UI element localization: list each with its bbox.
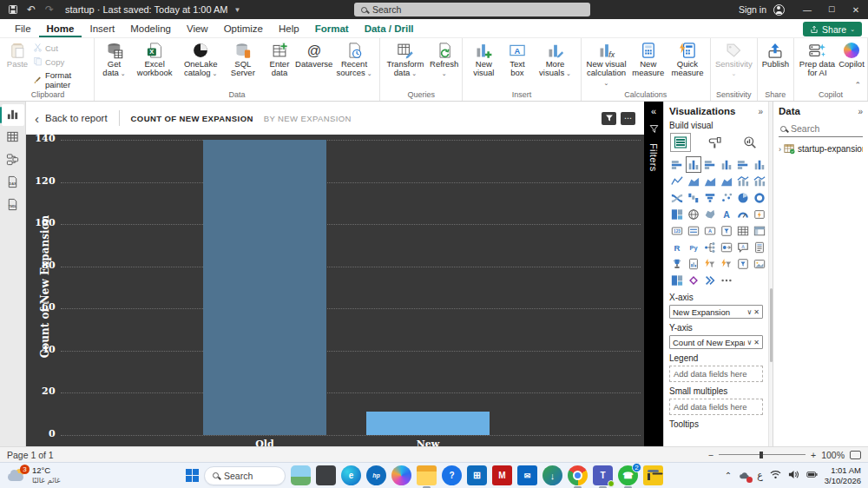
taskbar-app-get-help[interactable]: ? (442, 465, 462, 485)
text-box-button[interactable]: AText box (503, 40, 531, 78)
card-visual-icon[interactable]: 123 (669, 222, 685, 239)
pie-chart-visual-icon[interactable] (735, 189, 751, 206)
language-indicator[interactable]: ع (757, 470, 763, 481)
get-more-visuals-visual-icon[interactable] (719, 272, 734, 288)
refresh-button[interactable]: Refresh ⌄ (429, 40, 459, 78)
analytics-tab[interactable] (740, 133, 760, 152)
new-slicer-visual-icon[interactable] (735, 255, 751, 272)
scrollbar-thumb[interactable] (770, 288, 773, 362)
area-chart-visual-icon[interactable] (686, 173, 701, 189)
funnel-chart-visual-icon[interactable] (702, 189, 718, 206)
minimize-button[interactable]: — (795, 0, 819, 19)
maximize-button[interactable]: ☐ (819, 0, 844, 19)
sidebar-item-dax-query-view[interactable]: DAX (2, 172, 24, 194)
taskbar-app-copilot[interactable] (391, 465, 411, 485)
tab-insert[interactable]: Insert (82, 19, 122, 37)
sql-server-button[interactable]: SQL Server (224, 40, 261, 78)
data-table-item[interactable]: › startup-expansion-new (779, 143, 863, 155)
stacked-area-chart-visual-icon[interactable] (702, 173, 718, 189)
publish-button[interactable]: Publish (760, 40, 791, 69)
power-automate-visual-icon[interactable] (702, 272, 718, 288)
waterfall-chart-visual-icon[interactable] (686, 189, 701, 206)
chevron-down-icon[interactable]: ∨ (746, 308, 752, 316)
r-script-visual-visual-icon[interactable]: R (669, 239, 685, 255)
line-chart-visual-icon[interactable] (669, 173, 685, 189)
hidden-icons-chevron-icon[interactable]: ⌃ (725, 471, 732, 480)
format-painter-button[interactable]: Format painter (31, 69, 91, 90)
smart-narrative-visual-icon[interactable] (752, 239, 767, 255)
ribbon-chart-visual-icon[interactable] (669, 189, 685, 206)
sidebar-item-table-view[interactable] (2, 127, 24, 148)
dataverse-button[interactable]: @Dataverse (297, 40, 331, 69)
treemap-visual-icon[interactable] (669, 206, 685, 222)
enter-data-button[interactable]: Enter data (262, 40, 296, 78)
taskbar-search[interactable]: Search (204, 466, 286, 485)
tab-view[interactable]: View (179, 19, 216, 37)
tab-optimize[interactable]: Optimize (216, 19, 271, 37)
kpi-visual-icon[interactable] (752, 206, 767, 222)
collapse-ribbon-icon[interactable]: ⌃ (854, 81, 861, 487)
image-visual-icon[interactable] (752, 255, 767, 272)
qa-visual-visual-icon[interactable]: A (735, 239, 751, 255)
sensitivity-button[interactable]: Sensitivity ⌄ (713, 40, 754, 78)
tab-help[interactable]: Help (271, 19, 307, 37)
zoom-slider-thumb[interactable] (760, 452, 763, 458)
bar-old[interactable] (203, 140, 326, 435)
collapse-pane-icon[interactable]: » (758, 107, 763, 116)
weather-widget[interactable]: 3 12°C غائم غالبًا (7, 466, 61, 485)
sidebar-item-report-view[interactable] (2, 104, 24, 126)
taskbar-app-power-bi[interactable] (643, 465, 663, 485)
zoom-slider[interactable] (719, 454, 806, 455)
copilot-button[interactable]: Copilot (838, 40, 865, 69)
onedrive-icon[interactable] (739, 470, 750, 481)
battery-icon[interactable] (806, 469, 818, 482)
close-button[interactable]: ✕ (844, 0, 868, 19)
expand-filters-icon[interactable]: « (651, 106, 656, 116)
clustered-bar-chart-visual-icon[interactable] (702, 156, 718, 173)
titlebar-search-input[interactable] (372, 4, 563, 15)
filled-map-visual-icon[interactable] (702, 206, 718, 222)
new-visual-button[interactable]: New visual (465, 40, 502, 78)
copy-button[interactable]: Copy (31, 56, 91, 69)
scatter-chart-visual-icon[interactable] (719, 189, 734, 206)
new-visual-calculation-button[interactable]: fxNew visual calculation ⌄ (584, 40, 629, 87)
new-card-visual-icon[interactable]: A (702, 222, 718, 239)
share-button[interactable]: Share⌄ (803, 22, 862, 36)
prep-data-for-ai-button[interactable]: Prep data for AI (797, 40, 838, 78)
key-influencers-visual-icon[interactable] (719, 239, 734, 255)
filters-pane-label[interactable]: Filters (648, 143, 659, 172)
100-stacked-column-chart-visual-icon[interactable] (752, 156, 767, 173)
power-automate-visual-visual-icon[interactable] (719, 255, 734, 272)
taskbar-app-task-view[interactable] (291, 465, 311, 485)
account-avatar-icon[interactable] (773, 4, 785, 16)
undo-icon[interactable]: ↶ (25, 3, 37, 16)
tab-data-drill[interactable]: Data / Drill (357, 19, 422, 37)
quick-measure-button[interactable]: Quick measure (667, 40, 707, 78)
power-apps-visual-icon[interactable] (686, 272, 701, 288)
gauge-visual-icon[interactable] (735, 206, 751, 222)
taskbar-app-teams[interactable]: T (593, 465, 613, 485)
tab-modeling[interactable]: Modeling (122, 19, 179, 37)
save-icon[interactable] (7, 3, 19, 16)
remove-field-icon[interactable]: ✕ (753, 339, 760, 346)
zoom-out-button[interactable]: − (708, 450, 713, 460)
excel-workbook-button[interactable]: XExcel workbook (132, 40, 177, 78)
volume-icon[interactable] (788, 469, 799, 482)
multi-row-card-visual-icon[interactable] (686, 222, 701, 239)
back-to-report-button[interactable]: ‹ Back to report (35, 112, 108, 125)
field-pill-y-axis[interactable]: Count of New Expansi...∨✕ (669, 335, 763, 349)
stacked-bar-chart-visual-icon[interactable] (669, 156, 685, 173)
taskbar-app-microsoft-store[interactable]: ⊞ (467, 465, 487, 485)
clustered-column-chart-visual-icon[interactable] (719, 156, 734, 173)
get-data-button[interactable]: Get data ⌄ (97, 40, 131, 78)
100-stacked-area-chart-visual-icon[interactable] (719, 173, 734, 189)
100-stacked-bar-chart-visual-icon[interactable] (735, 156, 751, 173)
data-search[interactable] (779, 121, 863, 137)
zoom-in-button[interactable]: + (811, 450, 816, 460)
recent-sources-button[interactable]: Recent sources ⌄ (332, 40, 377, 78)
more-visuals-button[interactable]: More visuals ⌄ (533, 40, 578, 78)
decomposition-tree-visual-icon[interactable] (702, 239, 718, 255)
data-search-input[interactable] (791, 123, 850, 134)
tab-home[interactable]: Home (39, 19, 82, 37)
line-and-stacked-column-chart-visual-icon[interactable] (735, 173, 751, 189)
